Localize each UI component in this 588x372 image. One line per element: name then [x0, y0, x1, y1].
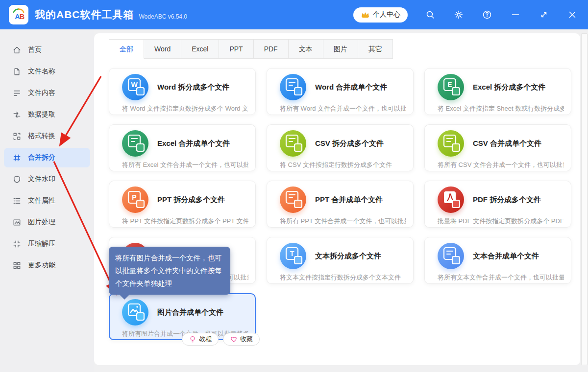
card-title: Word 合并成单个文件 [315, 83, 387, 92]
card-title: CSV 拆分成多个文件 [315, 139, 384, 148]
tool-card-8[interactable]: PDF 拆分成多个文件 批量将 PDF 文件按指定页数拆分成多个 PDF 文件 [424, 181, 571, 228]
tutorial-button[interactable]: 教程 [182, 333, 219, 346]
app-window: A B 我的ABC软件工具箱 WodeABC v6.54.0 个人中心 [0, 0, 588, 372]
favorite-button[interactable]: 收藏 [223, 333, 260, 346]
app-version: WodeABC v6.54.0 [139, 13, 188, 20]
card-title: CSV 合并成单个文件 [473, 139, 541, 148]
sidebar-item-home[interactable]: 首页 [4, 40, 90, 60]
main-area: 全部 Word Excel PPT PDF 文本 图片 其它 W Word 拆分… [94, 29, 588, 372]
card-title: PDF 拆分成多个文件 [473, 195, 541, 205]
tab-2[interactable]: Excel [181, 39, 219, 59]
tab-4[interactable]: PDF [254, 39, 289, 59]
tool-card-5[interactable]: CSV 合并成单个文件 将所有 CSV 文件合并成一个文件，也可以批量将多 [424, 124, 571, 171]
sidebar-item-convert[interactable]: 格式转换 [4, 126, 90, 146]
sidebar-item-extract[interactable]: 数据提取 [4, 105, 90, 124]
sidebar-item-label: 文件内容 [28, 89, 55, 97]
tab-label: 文本 [299, 45, 313, 53]
sidebar-item-label: 压缩解压 [28, 239, 55, 248]
sidebar-item-merge[interactable]: 合并拆分 [4, 148, 90, 167]
card-action-buttons: 教程 收藏 [182, 333, 260, 346]
props-icon [12, 196, 22, 206]
tab-label: 图片 [334, 45, 347, 53]
svg-text:P: P [132, 193, 136, 201]
personal-center-label: 个人中心 [373, 10, 400, 19]
tab-label: PPT [229, 45, 243, 53]
card-title: PPT 拆分成多个文件 [157, 195, 225, 205]
tool-icon: E [438, 74, 464, 100]
tool-card-2[interactable]: E Excel 拆分成多个文件 将 Excel 文件按指定 Sheet 数或行数… [424, 68, 571, 115]
tab-7[interactable]: 其它 [358, 39, 393, 59]
help-icon[interactable] [481, 9, 493, 21]
card-desc: 将 Excel 文件按指定 Sheet 数或行数拆分成多个 Exc [438, 104, 564, 113]
file-icon [12, 67, 22, 76]
card-title: 文本拆分成多个文件 [315, 252, 381, 261]
tool-icon: T [280, 243, 306, 269]
app-body: 首页 文件名称 文件内容 数据提取 格式转换 合并拆分 文件水印 文件属性 图片… [0, 29, 588, 372]
card-title: PPT 合并成单个文件 [315, 195, 383, 205]
content-panel: 全部 Word Excel PPT PDF 文本 图片 其它 W Word 拆分… [94, 33, 580, 365]
card-grid: W Word 拆分成多个文件 将 Word 文件按指定页数拆分成多个 Word … [109, 68, 570, 340]
tool-card-6[interactable]: P PPT 拆分成多个文件 将 PPT 文件按指定页数拆分成多个 PPT 文件 [109, 181, 256, 228]
tab-6[interactable]: 图片 [323, 39, 358, 59]
card-desc: 将所有 Excel 文件合并成一个文件，也可以批量将多 [122, 161, 248, 169]
tab-3[interactable]: PPT [219, 39, 253, 59]
app-logo: A B [9, 5, 28, 24]
tool-card-10[interactable]: T 文本拆分成多个文件 将文本文件按指定行数拆分成多个文本文件 [267, 237, 414, 284]
vertical-scrollbar[interactable] [581, 33, 588, 365]
tool-icon [280, 130, 306, 157]
sidebar-item-zip[interactable]: 压缩解压 [4, 234, 90, 254]
tool-card-12[interactable]: 图片合并成单个文件 将所有图片合并成一个文件，也可以批量将多个文 教程 收藏 [109, 293, 256, 340]
minimize-icon[interactable] [510, 9, 521, 21]
sidebar-item-content[interactable]: 文件内容 [4, 83, 90, 103]
tool-card-1[interactable]: Word 合并成单个文件 将所有 Word 文件合并成一个文件，也可以批量将多 [267, 68, 414, 115]
tool-card-3[interactable]: Excel 合并成单个文件 将所有 Excel 文件合并成一个文件，也可以批量将… [109, 124, 256, 171]
sidebar-item-label: 格式转换 [28, 132, 55, 140]
titlebar: A B 我的ABC软件工具箱 WodeABC v6.54.0 个人中心 [0, 0, 588, 29]
sidebar-item-label: 文件水印 [28, 175, 55, 184]
convert-icon [12, 132, 22, 141]
search-icon[interactable] [424, 9, 436, 21]
sidebar-item-file[interactable]: 文件名称 [4, 62, 90, 81]
sidebar-item-watermark[interactable]: 文件水印 [4, 169, 90, 189]
settings-icon[interactable] [453, 9, 465, 21]
tool-icon [280, 186, 306, 213]
ab-logo-icon: A B [10, 6, 27, 23]
tool-icon: W [122, 74, 148, 100]
tab-1[interactable]: Word [144, 39, 181, 59]
sidebar-item-image[interactable]: 图片处理 [4, 212, 90, 232]
titlebar-controls: 个人中心 [353, 7, 578, 23]
svg-text:B: B [20, 13, 24, 21]
tool-card-7[interactable]: PPT 合并成单个文件 将所有 PPT 文件合并成一个文件，也可以批量将多 [267, 181, 414, 228]
home-icon [12, 46, 22, 55]
svg-text:W: W [131, 81, 138, 89]
extract-icon [12, 110, 22, 119]
tool-icon [438, 243, 464, 269]
tab-label: 全部 [120, 45, 133, 53]
sidebar-item-label: 图片处理 [28, 218, 55, 227]
sidebar-item-props[interactable]: 文件属性 [4, 191, 90, 210]
tool-card-0[interactable]: W Word 拆分成多个文件 将 Word 文件按指定页数拆分成多个 Word … [109, 68, 256, 115]
tool-icon [122, 299, 148, 326]
card-desc: 批量将 PDF 文件按指定页数拆分成多个 PDF 文件 [438, 217, 564, 226]
sidebar-item-more[interactable]: 更多功能 [4, 256, 90, 275]
tab-label: PDF [264, 45, 278, 53]
heart-icon [230, 335, 238, 343]
tab-0[interactable]: 全部 [109, 39, 144, 59]
sidebar-item-label: 首页 [28, 46, 42, 54]
svg-text:T: T [290, 250, 294, 257]
tool-card-4[interactable]: CSV 拆分成多个文件 将 CSV 文件按指定行数拆分成多个文件 [267, 124, 414, 171]
zip-icon [12, 239, 22, 249]
action-label: 收藏 [240, 335, 253, 344]
sidebar-item-label: 文件属性 [28, 196, 55, 205]
card-desc: 将所有 CSV 文件合并成一个文件，也可以批量将多 [438, 161, 564, 169]
sidebar-item-label: 数据提取 [28, 110, 55, 119]
close-icon[interactable] [566, 9, 578, 21]
tab-5[interactable]: 文本 [289, 39, 323, 59]
personal-center-button[interactable]: 个人中心 [353, 7, 408, 23]
tab-label: Word [154, 45, 171, 53]
merge-icon [12, 153, 22, 163]
tooltip: 将所有图片合并成一个文件，也可以批量将多个文件夹中的文件按每个文件夹单独处理 [109, 247, 230, 295]
tool-card-11[interactable]: 文本合并成单个文件 将所有文本文件合并成一个文件，也可以批量将多 [424, 237, 571, 284]
resize-icon[interactable] [538, 9, 550, 21]
card-title: 图片合并成单个文件 [157, 308, 223, 317]
